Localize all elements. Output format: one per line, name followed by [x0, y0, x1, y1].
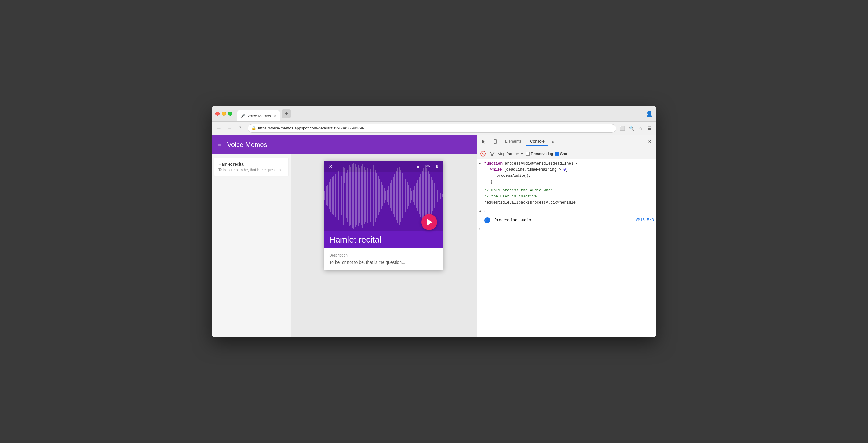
svg-rect-51 — [401, 170, 401, 222]
play-icon — [427, 219, 432, 225]
svg-rect-59 — [413, 189, 413, 202]
description-label: Description — [329, 253, 438, 258]
cursor-icon — [482, 139, 487, 144]
device-toolbar-button[interactable] — [490, 137, 500, 147]
svg-rect-40 — [384, 188, 385, 203]
svg-rect-80 — [495, 143, 496, 143]
search-icon[interactable]: 🔍 — [628, 125, 635, 132]
title-bar: 🎤 Voice Memos × + 👤 — [212, 106, 656, 122]
svg-rect-46 — [393, 177, 394, 214]
svg-rect-6 — [332, 177, 333, 214]
svg-rect-25 — [361, 166, 362, 225]
new-tab-button[interactable]: + — [282, 109, 290, 118]
code-line-3: processAudio(); — [496, 173, 654, 179]
svg-rect-56 — [408, 185, 409, 206]
tab-favicon-icon: 🎤 — [241, 114, 246, 118]
close-button[interactable] — [215, 112, 220, 116]
frame-dropdown-icon: ▼ — [520, 152, 524, 156]
console-tab-label: Console — [530, 139, 545, 144]
svg-rect-63 — [419, 177, 420, 214]
mobile-icon — [493, 139, 498, 144]
result-value: 3 — [484, 209, 487, 214]
app-body: Hamlet recital To be, or not to be, that… — [212, 154, 477, 337]
card-delete-button[interactable]: 🗑 — [416, 164, 421, 169]
menu-icon[interactable]: ☰ — [646, 125, 653, 132]
hamburger-menu-icon[interactable]: ≡ — [218, 142, 221, 148]
clear-console-button[interactable]: 🚫 — [479, 150, 487, 157]
tab-console[interactable]: Console — [526, 137, 548, 146]
svg-rect-52 — [402, 173, 403, 218]
frame-selector[interactable]: <top frame> ▼ — [498, 151, 524, 156]
code-line-4: } — [490, 179, 654, 185]
refresh-button[interactable]: ↻ — [237, 124, 245, 132]
svg-rect-70 — [429, 174, 430, 217]
console-toolbar: 🚫 <top frame> ▼ Preserve log — [477, 148, 656, 159]
more-tabs-button[interactable]: » — [550, 139, 557, 144]
preserve-log-checkbox-label[interactable]: Preserve log — [526, 151, 553, 156]
svg-rect-34 — [375, 170, 375, 222]
card-toolbar-left: ✕ — [329, 164, 333, 169]
show-label-text: Sho — [560, 151, 567, 156]
vm-link[interactable]: VM1515:3 — [636, 217, 654, 223]
inspect-element-button[interactable] — [479, 137, 489, 147]
url-text: https://voice-memos.appspot.com/details/… — [258, 126, 364, 130]
tab-close-button[interactable]: × — [274, 114, 276, 118]
devtools-close-button[interactable]: × — [645, 138, 654, 146]
devtools-menu-button[interactable]: ⋮ — [634, 137, 644, 147]
frame-label: <top frame> — [498, 151, 519, 156]
preserve-log-checkbox[interactable] — [526, 152, 530, 156]
svg-rect-12 — [341, 176, 342, 215]
svg-rect-36 — [378, 176, 378, 215]
tab-elements[interactable]: Elements — [501, 137, 525, 146]
app-header: ≡ Voice Memos — [212, 135, 477, 154]
show-label-group: ✓ Sho — [555, 151, 567, 156]
svg-rect-15 — [346, 173, 347, 218]
svg-rect-62 — [417, 180, 418, 211]
bookmark-icon[interactable]: ☆ — [637, 125, 644, 132]
memo-list-item[interactable]: Hamlet recital To be, or not to be, that… — [214, 158, 288, 176]
refresh-icon: ↻ — [239, 125, 243, 131]
forward-button[interactable]: → — [226, 124, 234, 132]
card-close-button[interactable]: ✕ — [329, 164, 333, 169]
svg-rect-33 — [373, 165, 374, 226]
svg-rect-29 — [367, 168, 368, 223]
memo-item-title: Hamlet recital — [218, 162, 284, 167]
user-profile-icon[interactable]: 👤 — [646, 110, 653, 117]
card-title: Hamlet recital — [324, 231, 443, 248]
browser-tab[interactable]: 🎤 Voice Memos × — [237, 110, 280, 121]
svg-rect-64 — [420, 174, 421, 217]
address-bar: ← → ↻ 🔒 https://voice-memos.appspot.com/… — [212, 122, 656, 135]
play-button[interactable] — [421, 214, 437, 230]
svg-rect-74 — [436, 186, 436, 205]
svg-rect-18 — [350, 167, 351, 225]
svg-rect-1 — [324, 191, 325, 200]
show-checkbox[interactable]: ✓ — [555, 152, 559, 156]
svg-rect-7 — [334, 176, 334, 215]
svg-rect-57 — [410, 188, 410, 203]
maximize-button[interactable] — [228, 112, 232, 116]
svg-rect-35 — [376, 173, 377, 218]
svg-rect-42 — [387, 189, 388, 202]
detail-panel: ✕ 🗑 ✏ ⬇ — [291, 154, 477, 337]
clear-console-icon: 🚫 — [480, 151, 486, 157]
forward-icon: → — [227, 125, 232, 131]
card-edit-button[interactable]: ✏ — [426, 164, 430, 169]
svg-rect-16 — [347, 170, 348, 222]
memo-item-description: To be, or not to be, that is the questio… — [218, 168, 284, 172]
console-entry-code[interactable]: function processAudioWhenIdle(deadline) … — [477, 159, 656, 207]
console-prompt[interactable] — [477, 225, 656, 227]
cast-icon[interactable]: ⬜ — [619, 125, 626, 132]
svg-rect-2 — [326, 186, 327, 205]
devtools-panel: Elements Console » ⋮ × 🚫 — [477, 135, 656, 337]
card-download-button[interactable]: ⬇ — [435, 164, 439, 169]
filter-console-button[interactable] — [489, 150, 496, 157]
elements-tab-label: Elements — [505, 139, 521, 144]
svg-rect-71 — [431, 177, 432, 214]
url-bar[interactable]: 🔒 https://voice-memos.appspot.com/detail… — [248, 124, 616, 132]
svg-rect-17 — [349, 165, 350, 226]
address-bar-actions: ⬜ 🔍 ☆ ☰ — [619, 125, 653, 132]
svg-rect-53 — [404, 176, 404, 215]
back-button[interactable]: ← — [215, 124, 223, 132]
svg-rect-28 — [366, 170, 366, 222]
minimize-button[interactable] — [222, 112, 226, 116]
